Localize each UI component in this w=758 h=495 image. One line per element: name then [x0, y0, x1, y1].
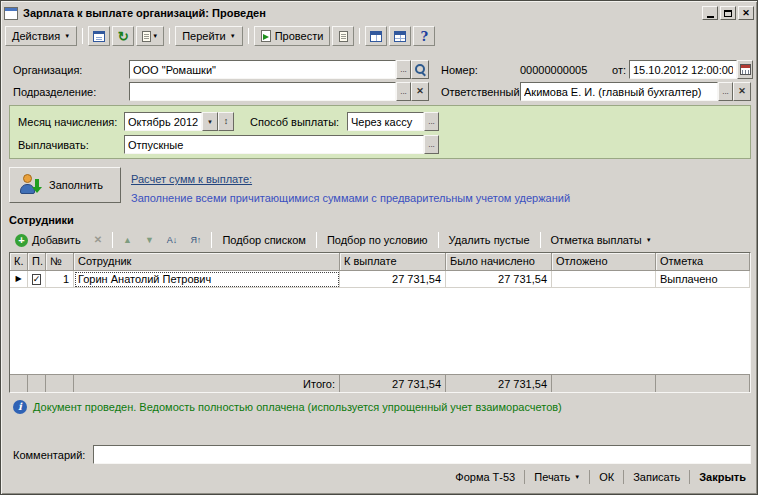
- org-open-button[interactable]: [411, 60, 429, 79]
- department-ellipsis-button[interactable]: ...: [396, 82, 411, 101]
- posting-report-button[interactable]: [332, 26, 354, 46]
- add-row-button[interactable]: + Добавить: [9, 230, 87, 250]
- delete-row-button[interactable]: ✕: [88, 230, 108, 250]
- total-empty-cell: [552, 374, 656, 392]
- responsible-clear-button[interactable]: ✕: [733, 82, 751, 101]
- responsible-input[interactable]: [520, 82, 718, 101]
- clear-icon: ✕: [416, 87, 424, 96]
- list-settings-button[interactable]: [389, 26, 411, 46]
- refresh-button[interactable]: ↻: [112, 26, 134, 46]
- maximize-icon: [724, 10, 732, 17]
- fill-button[interactable]: Заполнить: [9, 167, 121, 203]
- toolbar-separator: [316, 232, 317, 248]
- table-empty-area: [10, 288, 750, 374]
- close-button[interactable]: ✕: [738, 6, 754, 20]
- calc-sums-link[interactable]: Расчет сумм к выплате:: [131, 173, 252, 185]
- print-label: Печать: [534, 471, 570, 483]
- grid-icon: [370, 31, 382, 42]
- form-t53-button[interactable]: Форма Т-53: [450, 469, 520, 485]
- col-header-mark: Отметка: [656, 253, 750, 271]
- number-value: 00000000005: [520, 64, 587, 76]
- row-deferred-cell[interactable]: [552, 271, 656, 288]
- toolbar-separator: [211, 232, 212, 248]
- fill-button-label: Заполнить: [49, 179, 103, 191]
- pick-list-button[interactable]: Подбор списком: [216, 230, 312, 250]
- checkbox-checked-icon: ✓: [32, 274, 42, 285]
- footer-separator: [689, 470, 690, 484]
- total-empty-cell: [656, 374, 750, 392]
- date-input[interactable]: [629, 60, 737, 79]
- pay-mark-menu-button[interactable]: Отметка выплаты ▼: [545, 230, 658, 250]
- pick-condition-button[interactable]: Подбор по условию: [321, 230, 434, 250]
- sort-asc-button[interactable]: А↓: [161, 230, 184, 250]
- document-copy-icon: [142, 31, 151, 42]
- post-button[interactable]: Провести: [254, 26, 331, 46]
- pay-mark-label: Отметка выплаты: [551, 234, 642, 246]
- toolbar-separator: [82, 28, 83, 44]
- fill-person-icon: [18, 174, 42, 196]
- open-form-button[interactable]: [88, 26, 110, 46]
- sort-desc-button[interactable]: Я↑: [184, 230, 207, 250]
- month-spin-button[interactable]: ↕: [218, 112, 234, 131]
- method-input[interactable]: [347, 112, 424, 131]
- row-check-cell[interactable]: ✓: [28, 271, 46, 288]
- total-label-cell: Итого:: [74, 374, 340, 392]
- pay-input[interactable]: [124, 135, 424, 154]
- department-clear-button[interactable]: ✕: [411, 82, 429, 101]
- total-empty-cell: [10, 374, 28, 392]
- move-up-button[interactable]: ▲: [117, 230, 138, 250]
- close-document-button[interactable]: Закрыть: [694, 469, 751, 485]
- document-window: Зарплата к выплате организаций: Проведен…: [0, 0, 758, 495]
- month-input[interactable]: [124, 112, 202, 131]
- department-input[interactable]: [129, 82, 396, 101]
- arrow-up-icon: ▲: [123, 236, 132, 245]
- actions-label: Действия: [12, 30, 60, 42]
- help-button[interactable]: ?: [413, 26, 435, 46]
- employees-toolbar: + Добавить ✕ ▲ ▼ А↓ Я↑ Подбор списком По…: [9, 230, 751, 250]
- col-header-num: №: [46, 253, 74, 271]
- chevron-down-icon: ▼: [646, 237, 652, 243]
- minimize-button[interactable]: [702, 6, 718, 20]
- maximize-button[interactable]: [720, 6, 736, 20]
- pay-ellipsis-button[interactable]: ...: [424, 135, 439, 154]
- info-icon: i: [13, 400, 27, 414]
- toolbar-separator: [169, 28, 170, 44]
- method-ellipsis-button[interactable]: ...: [424, 112, 439, 131]
- comment-label: Комментарий:: [13, 449, 85, 461]
- row-employee-cell[interactable]: Горин Анатолий Петрович: [74, 271, 340, 288]
- date-calendar-button[interactable]: [737, 60, 753, 79]
- org-ellipsis-button[interactable]: ...: [396, 60, 411, 79]
- month-dropdown-button[interactable]: ▼: [202, 112, 218, 131]
- save-button[interactable]: Записать: [628, 469, 685, 485]
- row-num-cell[interactable]: 1: [46, 271, 74, 288]
- chevron-down-icon: ▼: [574, 474, 580, 480]
- params-panel: Месяц начисления: ▼ ↕ Способ выплаты: ..…: [9, 105, 751, 159]
- col-header-accrued: Было начислено: [446, 253, 552, 271]
- move-down-button[interactable]: ▼: [139, 230, 160, 250]
- row-mark-cell[interactable]: Выплачено: [656, 271, 750, 288]
- total-empty-cell: [46, 374, 74, 392]
- ok-button[interactable]: ОК: [594, 469, 619, 485]
- actions-menu-button[interactable]: Действия ▼: [5, 26, 77, 46]
- add-label: Добавить: [32, 234, 81, 246]
- titlebar[interactable]: Зарплата к выплате организаций: Проведен…: [4, 4, 754, 22]
- post-document-icon: [261, 30, 271, 42]
- comment-input[interactable]: [93, 445, 751, 464]
- copy-menu-button[interactable]: ▼: [136, 26, 164, 46]
- print-menu-button[interactable]: Печать ▼: [529, 469, 585, 485]
- pick-condition-label: Подбор по условию: [327, 234, 428, 246]
- row-accrued-cell[interactable]: 27 731,54: [446, 271, 552, 288]
- row-topay-cell[interactable]: 27 731,54: [340, 271, 446, 288]
- document-icon: [4, 7, 18, 20]
- col-header-marker: К.: [10, 253, 28, 271]
- remove-empty-button[interactable]: Удалить пустые: [443, 230, 536, 250]
- employees-section-title: Сотрудники: [9, 214, 74, 226]
- org-input[interactable]: [129, 60, 396, 79]
- movements-button[interactable]: [365, 26, 387, 46]
- row-marker-cell[interactable]: ▶: [10, 271, 28, 288]
- status-message: Документ проведен. Ведомость полностью о…: [33, 401, 562, 413]
- goto-menu-button[interactable]: Перейти ▼: [175, 26, 243, 46]
- calendar-icon: [740, 64, 751, 75]
- responsible-ellipsis-button[interactable]: ...: [718, 82, 733, 101]
- toolbar-separator: [248, 28, 249, 44]
